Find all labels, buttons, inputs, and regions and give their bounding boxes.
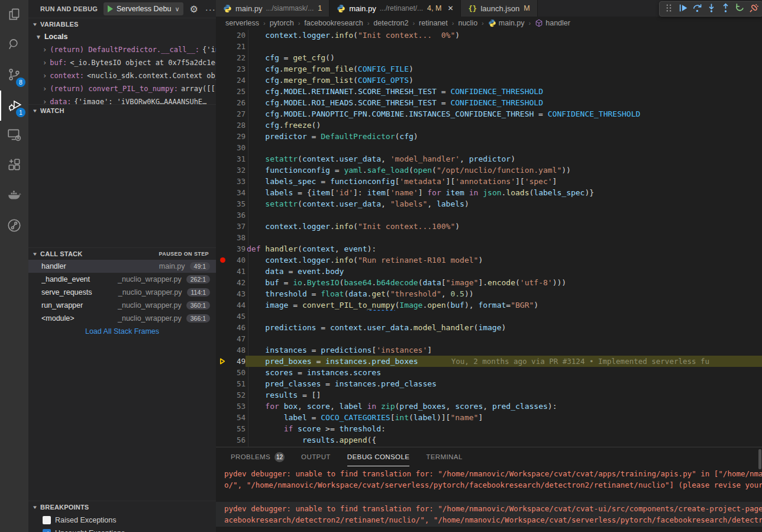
activity-item-extensions[interactable]	[0, 151, 28, 181]
gutter[interactable]	[216, 232, 229, 243]
code-line-52[interactable]: 52 results = []	[216, 389, 762, 401]
code-editor[interactable]: 20 context.logger.info("Init context... …	[216, 30, 762, 447]
breadcrumb-item[interactable]: serverless	[225, 19, 259, 27]
code-line-48[interactable]: 48 instances = predictions['instances']	[216, 344, 762, 356]
activity-item-remote-explorer[interactable]	[0, 121, 28, 151]
gutter[interactable]	[216, 86, 229, 97]
call-stack-section-header[interactable]: ▼ CALL STACK PAUSED ON STEP	[28, 247, 216, 260]
code-line-44[interactable]: 44 image = convert_PIL_to_numpy(Image.op…	[216, 299, 762, 311]
breakpoint-row[interactable]: Raised Exceptions	[28, 514, 216, 527]
code-line-25[interactable]: 25 cfg.MODEL.RETINANET.SCORE_THRESH_TEST…	[216, 86, 762, 97]
breakpoint-icon[interactable]	[216, 254, 229, 266]
code-line-32[interactable]: 32 functionconfig = yaml.safe_load(open(…	[216, 165, 762, 176]
current-line-arrow-icon[interactable]	[216, 356, 229, 367]
checkbox[interactable]	[43, 516, 51, 524]
gutter[interactable]	[216, 41, 229, 52]
gear-icon[interactable]: ⚙	[189, 4, 198, 15]
call-stack-frame[interactable]: run_wrapper_nuclio_wrapper.py360:1	[28, 299, 216, 312]
gutter[interactable]	[216, 142, 229, 153]
load-all-stack-frames-link[interactable]: Load All Stack Frames	[28, 325, 216, 338]
gutter[interactable]	[216, 423, 229, 434]
code-line-36[interactable]: 36	[216, 209, 762, 221]
watch-section-header[interactable]: ▼ WATCH	[28, 104, 216, 117]
code-line-21[interactable]: 21	[216, 41, 762, 52]
editor-tab-main.py[interactable]: main.py.../siammask/...1	[216, 0, 330, 17]
code-line-41[interactable]: 41 data = event.body	[216, 266, 762, 277]
gutter[interactable]	[216, 52, 229, 63]
restart-button[interactable]	[732, 2, 747, 16]
gutter[interactable]	[216, 153, 229, 165]
breadcrumb-item[interactable]: facebookresearch	[304, 19, 363, 27]
gutter[interactable]	[216, 311, 229, 322]
gutter[interactable]	[216, 63, 229, 75]
gutter[interactable]	[216, 30, 229, 41]
checkbox[interactable]: ✓	[43, 529, 51, 532]
variable-row[interactable]: ›(return) DefaultPredictor.__call__:{'in…	[28, 43, 216, 56]
gutter[interactable]	[216, 333, 229, 344]
gutter[interactable]	[216, 322, 229, 333]
gutter[interactable]	[216, 131, 229, 142]
breadcrumb-item[interactable]: detectron2	[373, 19, 408, 27]
breadcrumb-item[interactable]: retinanet	[419, 19, 448, 27]
code-line-42[interactable]: 42 buf = io.BytesIO(base64.b64decode(dat…	[216, 277, 762, 288]
gutter[interactable]	[216, 243, 229, 254]
code-line-20[interactable]: 20 context.logger.info("Init context... …	[216, 30, 762, 41]
code-line-40[interactable]: 40 context.logger.info("Run retinanet-R1…	[216, 254, 762, 266]
code-line-47[interactable]: 47	[216, 333, 762, 344]
call-stack-frame[interactable]: handlermain.py49:1	[28, 260, 216, 273]
gutter[interactable]	[216, 176, 229, 187]
variable-row[interactable]: ›context:<nuclio_sdk.context.Context obj…	[28, 69, 216, 82]
gutter[interactable]	[216, 401, 229, 412]
gutter[interactable]	[216, 434, 229, 446]
disconnect-button[interactable]	[747, 2, 761, 16]
activity-item-run-and-debug[interactable]: 1	[0, 91, 28, 121]
activity-item-search[interactable]	[0, 30, 28, 60]
code-line-38[interactable]: 38	[216, 232, 762, 243]
breadcrumb-item[interactable]: pytorch	[270, 19, 294, 27]
activity-item-source-control[interactable]: 8	[0, 60, 28, 91]
gutter[interactable]	[216, 299, 229, 311]
code-line-24[interactable]: 24 cfg.merge_from_list(CONFIG_OPTS)	[216, 75, 762, 86]
editor-tab-launch.json[interactable]: {}launch.jsonM	[461, 0, 537, 17]
code-line-30[interactable]: 30	[216, 142, 762, 153]
variables-scope-locals[interactable]: ▼Locals	[28, 30, 216, 43]
code-line-55[interactable]: 55 if score >= threshold:	[216, 423, 762, 434]
code-line-49[interactable]: 49 pred_boxes = instances.pred_boxesYou,…	[216, 356, 762, 367]
code-line-31[interactable]: 31 setattr(context.user_data, 'model_han…	[216, 153, 762, 165]
call-stack-frame[interactable]: serve_requests_nuclio_wrapper.py114:1	[28, 286, 216, 299]
variable-row[interactable]: ›buf:<_io.BytesIO object at 0x7f5a2dc1ec…	[28, 56, 216, 69]
panel-tab-debug-console[interactable]: DEBUG CONSOLE	[347, 447, 410, 466]
close-icon[interactable]: ✕	[447, 4, 453, 12]
gutter[interactable]	[216, 288, 229, 299]
code-line-37[interactable]: 37 context.logger.info("Init context...1…	[216, 221, 762, 232]
gutter[interactable]	[216, 209, 229, 221]
gutter[interactable]	[216, 389, 229, 401]
code-line-34[interactable]: 34 labels = {item['id']: item['name'] fo…	[216, 187, 762, 198]
breadcrumb-item[interactable]: handler	[535, 19, 570, 27]
gutter[interactable]	[216, 378, 229, 389]
activity-item-docker[interactable]	[0, 181, 28, 211]
breakpoint-row[interactable]: ✓Uncaught Exceptions	[28, 527, 216, 532]
breadcrumb-item[interactable]: main.py	[488, 19, 525, 27]
debug-config-dropdown[interactable]: Serverless Debu ∨	[104, 2, 183, 15]
gutter[interactable]	[216, 198, 229, 209]
step-over-button[interactable]	[690, 2, 704, 16]
code-line-22[interactable]: 22 cfg = get_cfg()	[216, 52, 762, 63]
code-line-46[interactable]: 46 predictions = context.user_data.model…	[216, 322, 762, 333]
more-actions-icon[interactable]: ···	[205, 4, 216, 14]
panel-tab-terminal[interactable]: TERMINAL	[426, 447, 462, 466]
start-debug-icon[interactable]	[108, 5, 113, 12]
code-line-53[interactable]: 53 for box, score, label in zip(pred_box…	[216, 401, 762, 412]
code-line-43[interactable]: 43 threshold = float(data.get("threshold…	[216, 288, 762, 299]
code-line-56[interactable]: 56 results.append({	[216, 434, 762, 446]
code-line-50[interactable]: 50 scores = instances.scores	[216, 367, 762, 378]
gutter[interactable]	[216, 412, 229, 423]
code-line-28[interactable]: 28 cfg.freeze()	[216, 120, 762, 131]
gutter[interactable]	[216, 165, 229, 176]
code-line-23[interactable]: 23 cfg.merge_from_file(CONFIG_FILE)	[216, 63, 762, 75]
gutter[interactable]	[216, 97, 229, 108]
continue-button[interactable]	[676, 2, 690, 16]
step-out-button[interactable]	[718, 2, 732, 16]
variable-row[interactable]: ›(return) convert_PIL_to_numpy:array([[[…	[28, 82, 216, 95]
gutter[interactable]	[216, 344, 229, 356]
